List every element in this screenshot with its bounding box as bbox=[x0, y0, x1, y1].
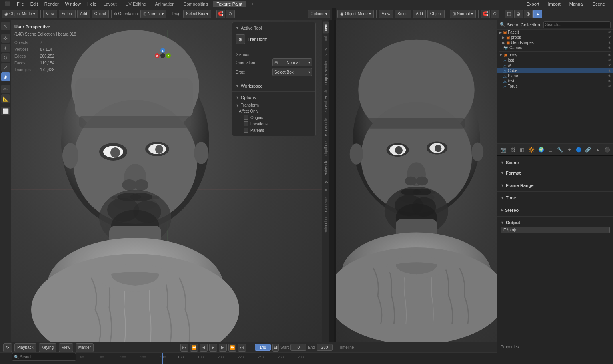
tool-scale[interactable]: ⤢ bbox=[1, 63, 10, 72]
vtab-drop-render[interactable]: Drop & Render bbox=[323, 58, 329, 87]
frame-range-header[interactable]: ▼ Frame Range bbox=[501, 182, 610, 189]
menu-edit[interactable]: Edit bbox=[27, 1, 41, 7]
vtab-hairmodule[interactable]: HairModule bbox=[323, 115, 329, 139]
view-menu-timeline[interactable]: View bbox=[59, 343, 73, 352]
menu-help[interactable]: Help bbox=[84, 1, 100, 7]
view-layer-btn[interactable]: ◧ bbox=[518, 145, 527, 155]
eye-icon-w[interactable]: 👁 bbox=[608, 64, 611, 68]
outliner-test[interactable]: △ test 👁 bbox=[497, 78, 613, 84]
tool-move[interactable]: ✦ bbox=[1, 44, 10, 52]
tool-select[interactable]: ↖ bbox=[1, 22, 10, 30]
add-menu[interactable]: Add bbox=[77, 10, 90, 18]
outliner-last[interactable]: △ last 👁 bbox=[497, 58, 613, 63]
right-view-menu[interactable]: View bbox=[379, 10, 393, 18]
play-btn[interactable]: ▶ bbox=[209, 344, 217, 352]
tool-add-cube[interactable]: ⬜ bbox=[1, 107, 10, 115]
jump-end-btn[interactable]: ⏭ bbox=[238, 344, 246, 352]
right-add-menu[interactable]: Add bbox=[413, 10, 426, 18]
outliner-faceit[interactable]: ▶ ▣ FaceIt 👁 bbox=[497, 30, 613, 35]
tab-uv-editing[interactable]: UV Editing bbox=[122, 1, 150, 7]
outliner-body[interactable]: ▼ ▣ body 👁 bbox=[497, 52, 613, 58]
select-menu[interactable]: Select bbox=[59, 10, 76, 18]
world-props-btn[interactable]: 🌍 bbox=[537, 145, 545, 155]
render-props-btn[interactable]: 📷 bbox=[499, 145, 508, 155]
drag-dropdown[interactable]: Select Box ▾ bbox=[183, 10, 211, 18]
eye-icon-last[interactable]: 👁 bbox=[608, 58, 611, 62]
outliner-cube[interactable]: △ Cube 👁 bbox=[497, 68, 613, 73]
outliner-w[interactable]: △ w 👁 bbox=[497, 63, 613, 68]
next-frame-btn[interactable]: ⏩ bbox=[228, 344, 236, 352]
outliner-plane[interactable]: △ Plane 👁 bbox=[497, 73, 613, 78]
current-frame-field[interactable]: 148 bbox=[255, 344, 271, 351]
output-header[interactable]: ▼ Output bbox=[501, 219, 610, 226]
tool-annotate[interactable]: ✏ bbox=[1, 85, 10, 93]
eye-icon-props[interactable]: 👁 bbox=[608, 36, 611, 40]
end-frame-field[interactable]: 280 bbox=[317, 344, 333, 351]
snap-btn[interactable]: 🧲 bbox=[216, 10, 225, 18]
wire-shade-btn[interactable]: ◫ bbox=[505, 10, 513, 18]
view-menu[interactable]: View bbox=[43, 10, 58, 18]
manual-btn[interactable]: Manual bbox=[566, 1, 587, 7]
orientation-dropdown[interactable]: ⊞ Normal ▾ bbox=[140, 10, 166, 18]
keying-menu[interactable]: Keying bbox=[39, 343, 57, 352]
object-menu[interactable]: Object bbox=[92, 10, 109, 18]
start-frame-field[interactable]: 0 bbox=[290, 344, 306, 351]
timeline-right-scrubber[interactable] bbox=[336, 353, 497, 364]
eye-icon-cube[interactable]: 👁 bbox=[608, 69, 611, 73]
eye-icon-blend[interactable]: 👁 bbox=[608, 41, 611, 45]
jump-start-btn[interactable]: ⏮ bbox=[180, 344, 188, 352]
scene-props-btn[interactable]: 🔆 bbox=[527, 145, 536, 155]
marker-menu[interactable]: Marker bbox=[76, 343, 94, 352]
transform-sub-header[interactable]: ▼ Transform bbox=[236, 102, 312, 108]
physics-btn[interactable]: 🔵 bbox=[575, 145, 583, 155]
modifier-btn[interactable]: 🔧 bbox=[555, 145, 564, 155]
options-header[interactable]: ▼ Options bbox=[236, 95, 312, 100]
vtab-view[interactable]: View bbox=[323, 46, 329, 58]
right-orientation[interactable]: ⊞ Normal ▾ bbox=[450, 10, 476, 18]
output-props-btn[interactable]: 🖼 bbox=[509, 145, 517, 155]
eye-icon-faceit[interactable]: 👁 bbox=[608, 30, 611, 34]
prev-keyframe-btn[interactable]: ◀ bbox=[200, 344, 208, 352]
blender-logo[interactable]: ⬛ bbox=[2, 0, 14, 7]
menu-file[interactable]: File bbox=[14, 1, 27, 7]
eye-icon-plane[interactable]: 👁 bbox=[608, 74, 611, 78]
vtab-animation[interactable]: Animation bbox=[323, 215, 329, 236]
outliner-torus[interactable]: △ Torus 👁 bbox=[497, 84, 613, 89]
outliner-props[interactable]: ▶ ▣ props 👁 bbox=[497, 35, 613, 40]
locations-checkbox[interactable] bbox=[244, 121, 248, 126]
parents-checkbox[interactable] bbox=[244, 128, 248, 133]
time-header[interactable]: ▼ Time bbox=[501, 194, 610, 201]
workspace-header[interactable]: ▼ Workspace bbox=[236, 84, 312, 88]
mat-shade-btn[interactable]: ◑ bbox=[524, 10, 533, 18]
export-btn[interactable]: Export bbox=[523, 1, 543, 7]
material-btn[interactable]: ⚫ bbox=[603, 145, 611, 155]
timeline-mode-btn[interactable]: ⟳ bbox=[3, 343, 12, 352]
vtab-item[interactable]: Item bbox=[323, 22, 329, 34]
origins-checkbox[interactable] bbox=[244, 115, 248, 120]
tab-texture-paint[interactable]: Texture Paint bbox=[213, 1, 246, 7]
vtab-cinepack[interactable]: CinePack bbox=[323, 194, 329, 215]
data-props-btn[interactable]: ▲ bbox=[593, 145, 602, 155]
tab-add[interactable]: + bbox=[247, 1, 258, 7]
eye-icon-test[interactable]: 👁 bbox=[608, 79, 611, 83]
playback-menu[interactable]: Playback bbox=[14, 343, 36, 352]
output-path-value[interactable]: E:\proje bbox=[501, 227, 610, 233]
right-snap-btn[interactable]: 🧲 bbox=[481, 10, 490, 18]
tab-layout[interactable]: Layout bbox=[100, 1, 121, 7]
outliner-camera[interactable]: 📷 Camera 👁 bbox=[497, 45, 613, 50]
vtab-woolly[interactable]: Woolly bbox=[323, 179, 329, 194]
scene-header[interactable]: ▼ Scene bbox=[501, 159, 610, 166]
tool-measure[interactable]: 📐 bbox=[1, 94, 10, 103]
options-btn[interactable]: Options ▾ bbox=[308, 10, 330, 18]
import-btn[interactable]: Import bbox=[545, 1, 564, 7]
vtab-hairbrick[interactable]: HairBrick bbox=[323, 159, 329, 178]
menu-window[interactable]: Window bbox=[62, 1, 84, 7]
tool-rotate[interactable]: ↻ bbox=[1, 53, 10, 62]
right-select-menu[interactable]: Select bbox=[395, 10, 411, 18]
menu-render[interactable]: Render bbox=[41, 1, 62, 7]
object-props-btn[interactable]: ◻ bbox=[546, 145, 555, 155]
scene-btn[interactable]: Scene bbox=[589, 1, 608, 7]
eye-icon-body[interactable]: 👁 bbox=[608, 53, 611, 57]
prev-frame-btn[interactable]: ⏪ bbox=[190, 344, 198, 352]
proportional-btn[interactable]: ⊙ bbox=[226, 10, 235, 18]
